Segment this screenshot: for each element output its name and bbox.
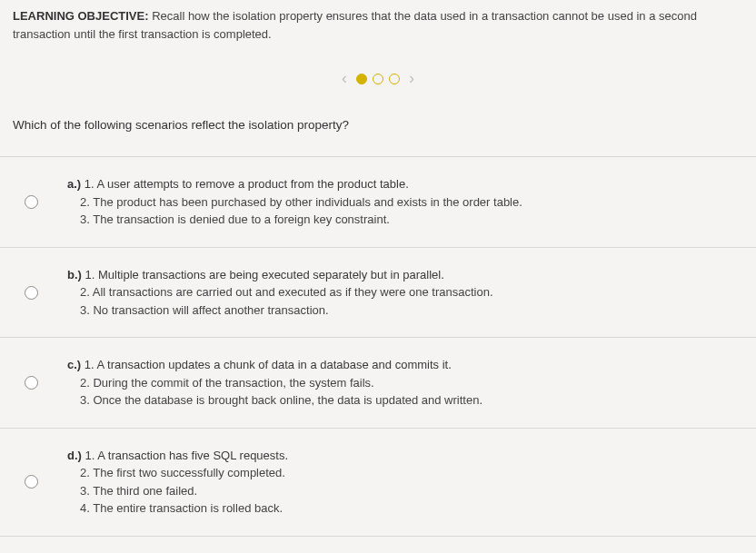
option-a-label: a.) — [67, 177, 81, 191]
radio-c[interactable] — [25, 376, 38, 390]
option-b-line-2: 2. All transactions are carried out and … — [80, 283, 743, 301]
learning-objective-header: LEARNING OBJECTIVE: Recall how the isola… — [0, 0, 756, 50]
option-b-body: b.) 1. Multiple transactions are being e… — [67, 266, 743, 320]
option-b-line-1: 1. Multiple transactions are being execu… — [85, 268, 444, 281]
radio-b[interactable] — [25, 286, 38, 300]
option-d-line-4: 4. The entire transaction is rolled back… — [80, 499, 743, 518]
option-c-line-3: 3. Once the database is brought back onl… — [80, 391, 743, 410]
option-d-label: d.) — [67, 449, 82, 462]
radio-a[interactable] — [25, 195, 38, 209]
option-b[interactable]: b.) 1. Multiple transactions are being e… — [0, 247, 756, 338]
dot-1[interactable] — [356, 74, 367, 84]
option-c[interactable]: c.) 1. A transaction updates a chunk of … — [0, 337, 756, 428]
option-d-line-2: 2. The first two successfully completed. — [80, 464, 743, 482]
option-c-body: c.) 1. A transaction updates a chunk of … — [67, 356, 743, 410]
next-arrow[interactable]: › — [409, 66, 414, 91]
option-a[interactable]: a.) 1. A user attempts to remove a produ… — [0, 156, 756, 247]
option-a-line-1: 1. A user attempts to remove a product f… — [85, 177, 409, 191]
option-a-line-3: 3. The transaction is denied due to a fo… — [80, 211, 743, 229]
option-d-body: d.) 1. A transaction has five SQL reques… — [67, 447, 743, 518]
pagination-nav: ‹ › — [0, 50, 756, 116]
option-d-line-1: 1. A transaction has five SQL requests. — [85, 449, 289, 462]
radio-d[interactable] — [25, 475, 38, 489]
option-a-line-2: 2. The product has been purchased by oth… — [80, 193, 743, 212]
learning-objective-label: LEARNING OBJECTIVE: — [13, 9, 149, 23]
prev-arrow[interactable]: ‹ — [342, 66, 347, 91]
option-d-line-3: 3. The third one failed. — [80, 482, 743, 500]
options-list: a.) 1. A user attempts to remove a produ… — [0, 156, 756, 537]
option-c-label: c.) — [67, 358, 81, 371]
dot-2[interactable] — [373, 74, 383, 84]
option-c-line-2: 2. During the commit of the transaction,… — [80, 374, 743, 392]
pagination-dots — [356, 74, 400, 84]
question-text: Which of the following scenarios reflect… — [0, 116, 756, 156]
option-d[interactable]: d.) 1. A transaction has five SQL reques… — [0, 428, 756, 537]
dot-3[interactable] — [389, 74, 400, 84]
option-c-line-1: 1. A transaction updates a chunk of data… — [85, 358, 452, 371]
option-b-line-3: 3. No transaction will affect another tr… — [80, 301, 743, 320]
option-b-label: b.) — [67, 268, 82, 281]
option-a-body: a.) 1. A user attempts to remove a produ… — [67, 175, 743, 229]
